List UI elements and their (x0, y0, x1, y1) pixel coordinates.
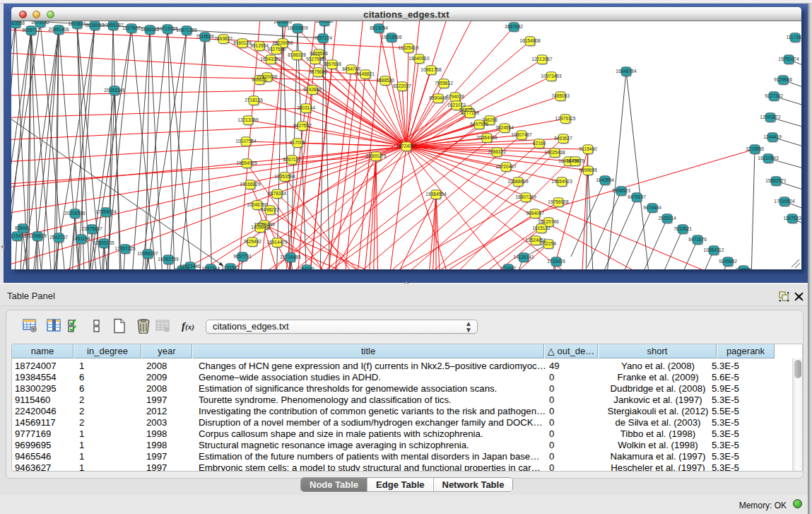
svg-text:8186328: 8186328 (288, 52, 306, 57)
svg-text:1863558: 1863558 (11, 21, 25, 25)
svg-text:15692971: 15692971 (765, 178, 787, 183)
svg-text:9327508: 9327508 (306, 57, 324, 62)
svg-text:15751074: 15751074 (778, 57, 799, 62)
svg-text:173342: 173342 (500, 266, 516, 269)
svg-text:18724007: 18724007 (396, 144, 417, 148)
svg-text:6794028: 6794028 (446, 94, 464, 99)
svg-text:8912954: 8912954 (250, 43, 269, 48)
svg-text:1451194: 1451194 (72, 236, 90, 241)
svg-text:1588520: 1588520 (376, 78, 394, 83)
svg-text:7986322: 7986322 (488, 149, 506, 154)
svg-text:19384554: 19384554 (425, 192, 447, 197)
svg-text:7632621: 7632621 (673, 226, 692, 231)
svg-text:7515526: 7515526 (196, 34, 214, 39)
svg-text:9474444: 9474444 (643, 205, 661, 210)
svg-text:12213967: 12213967 (531, 57, 553, 62)
svg-text:10958107: 10958107 (137, 251, 158, 256)
svg-text:1292344: 1292344 (201, 266, 220, 269)
svg-text:16648784: 16648784 (616, 69, 637, 74)
svg-text:6497568: 6497568 (470, 122, 488, 127)
svg-text:10973493: 10973493 (541, 74, 562, 78)
svg-text:23975867: 23975867 (81, 226, 102, 231)
svg-text:20206576: 20206576 (64, 211, 86, 216)
svg-text:10107554: 10107554 (235, 139, 257, 144)
svg-text:10719155: 10719155 (157, 26, 178, 31)
svg-text:10654112: 10654112 (704, 247, 724, 252)
svg-text:18807249: 18807249 (515, 194, 536, 199)
svg-text:3215955: 3215955 (746, 146, 764, 151)
svg-text:16543382: 16543382 (260, 57, 281, 62)
svg-text:2935114: 2935114 (658, 216, 676, 221)
svg-text:12353594: 12353594 (274, 174, 295, 179)
svg-text:10961758: 10961758 (420, 67, 442, 72)
svg-text:17016504: 17016504 (774, 199, 795, 204)
svg-text:8454749: 8454749 (342, 66, 360, 71)
svg-text:1409948: 1409948 (251, 225, 269, 230)
svg-text:2718126: 2718126 (245, 98, 263, 103)
svg-text:19654923: 19654923 (551, 179, 572, 184)
svg-text:3915413: 3915413 (11, 233, 26, 238)
svg-text:16154808: 16154808 (519, 38, 541, 43)
svg-text:9777169: 9777169 (461, 110, 479, 115)
svg-text:17957225: 17957225 (114, 246, 136, 251)
svg-text:15720407: 15720407 (495, 164, 517, 169)
svg-text:8813054: 8813054 (370, 25, 388, 30)
svg-text:7857224: 7857224 (314, 35, 332, 40)
svg-text:10671355: 10671355 (176, 28, 197, 33)
svg-text:2822605: 2822605 (273, 21, 292, 24)
svg-text:7485083: 7485083 (551, 93, 570, 98)
svg-text:2867608: 2867608 (323, 62, 341, 66)
svg-text:12975115: 12975115 (555, 116, 576, 121)
svg-text:8322037: 8322037 (393, 83, 411, 88)
svg-text:874021: 874021 (175, 267, 190, 269)
svg-text:9055712: 9055712 (22, 28, 40, 33)
svg-text:924565: 924565 (736, 267, 751, 269)
svg-text:9657791: 9657791 (233, 254, 252, 259)
svg-text:1640954: 1640954 (596, 177, 614, 182)
svg-text:252254: 252254 (541, 241, 556, 246)
svg-text:25300275: 25300275 (365, 153, 387, 158)
svg-text:9242848: 9242848 (303, 87, 322, 92)
svg-text:16120746: 16120746 (538, 219, 559, 224)
svg-text:8878334: 8878334 (268, 191, 286, 196)
svg-text:2079142: 2079142 (31, 21, 49, 25)
svg-text:9245652: 9245652 (719, 259, 737, 264)
svg-text:7955812: 7955812 (435, 81, 453, 86)
svg-text:2687682: 2687682 (505, 24, 523, 29)
svg-text:1733426: 1733426 (547, 259, 565, 264)
svg-text:14136141: 14136141 (513, 255, 534, 259)
svg-text:20364436: 20364436 (476, 135, 498, 140)
svg-text:9084067: 9084067 (526, 211, 544, 216)
svg-text:10046766: 10046766 (247, 202, 268, 207)
svg-text:19654925: 19654925 (236, 160, 257, 165)
svg-text:10688609: 10688609 (507, 179, 529, 184)
svg-text:1117362: 1117362 (787, 35, 801, 40)
svg-text:1093821: 1093821 (68, 21, 86, 26)
svg-text:9146821: 9146821 (356, 71, 375, 76)
svg-text:19756928: 19756928 (548, 199, 569, 204)
svg-text:15716485: 15716485 (280, 255, 301, 259)
svg-text:8990448: 8990448 (429, 95, 447, 100)
svg-text:10807487: 10807487 (511, 132, 532, 137)
svg-text:1615132: 1615132 (532, 226, 551, 230)
svg-text:6466160: 6466160 (141, 27, 159, 32)
svg-text:19218506: 19218506 (381, 35, 402, 40)
svg-text:17359924: 17359924 (95, 209, 117, 214)
svg-text:7625402: 7625402 (243, 239, 261, 244)
svg-text:8938923: 8938923 (612, 188, 630, 193)
svg-text:8471676: 8471676 (688, 237, 707, 242)
svg-text:1156829: 1156829 (28, 233, 47, 238)
svg-text:9463627: 9463627 (554, 136, 572, 141)
svg-text:8267110: 8267110 (283, 157, 301, 162)
svg-text:1167533: 1167533 (783, 216, 801, 221)
svg-text:6479197: 6479197 (628, 194, 646, 199)
svg-text:62160: 62160 (533, 141, 546, 146)
svg-text:11325419: 11325419 (399, 45, 419, 50)
svg-text:10025438: 10025438 (544, 150, 565, 155)
svg-text:16033809: 16033809 (287, 25, 308, 30)
svg-text:16914479: 16914479 (266, 240, 288, 245)
svg-text:154162: 154162 (299, 267, 314, 269)
svg-text:3341562: 3341562 (315, 21, 334, 23)
svg-text:1244419: 1244419 (763, 134, 782, 139)
svg-text:20691406: 20691406 (48, 27, 69, 32)
